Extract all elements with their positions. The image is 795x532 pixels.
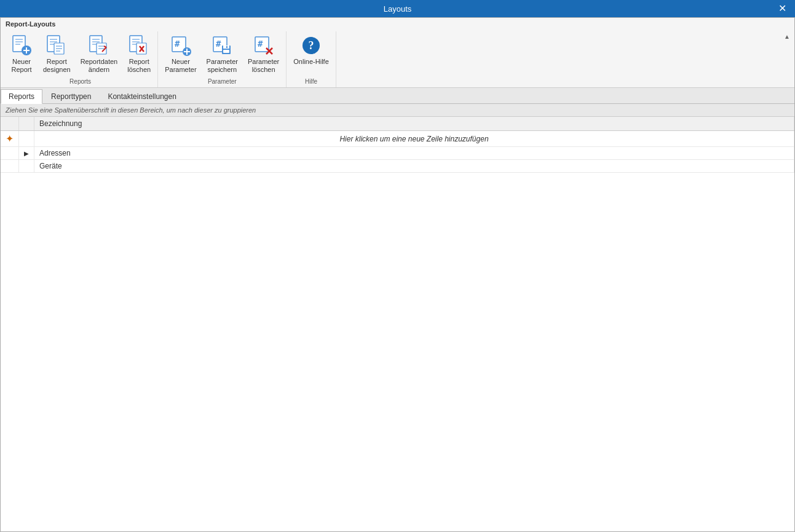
table-row[interactable]: ▶ Adressen: [1, 147, 794, 160]
svg-text:#: #: [175, 39, 180, 49]
new-row-text[interactable]: Hier klicken um eine neue Zeile hinzuzuf…: [34, 131, 794, 147]
close-button[interactable]: ✕: [775, 2, 790, 15]
new-report-icon: [10, 34, 33, 57]
ribbon-group-reports: NeuerReport: [3, 31, 158, 87]
col-bezeichnung-header: Bezeichnung: [34, 117, 794, 131]
ribbon-buttons-hilfe: ? Online-Hilfe: [289, 31, 333, 77]
new-row[interactable]: ✦ Hier klicken um eine neue Zeile hinzuz…: [1, 131, 794, 147]
svg-text:#: #: [258, 39, 263, 49]
delete-report-icon: [128, 34, 150, 57]
save-parameter-icon: #: [211, 34, 233, 57]
ribbon-buttons-reports: NeuerReport: [6, 31, 155, 77]
data-table: Bezeichnung ✦ Hier klicken um eine neue …: [1, 117, 794, 173]
delete-report-button[interactable]: Reportlöschen: [123, 31, 155, 77]
ribbon-group-parameter-label: Parameter: [160, 77, 283, 87]
change-data-button[interactable]: Reportdatenändern: [76, 31, 122, 77]
ribbon-title: Report-Layouts: [1, 18, 794, 29]
new-report-button[interactable]: NeuerReport: [6, 31, 38, 77]
online-help-button[interactable]: ? Online-Hilfe: [289, 31, 333, 77]
delete-parameter-icon: #: [253, 34, 275, 57]
delete-parameter-button[interactable]: # Parameterlöschen: [243, 31, 283, 77]
online-help-label: Online-Hilfe: [293, 58, 328, 66]
design-report-icon: [45, 34, 68, 57]
design-report-label: Reportdesignen: [43, 58, 71, 74]
tab-reporttypen[interactable]: Reporttypen: [43, 89, 99, 103]
table-row[interactable]: Geräte: [1, 160, 794, 173]
row-adressen[interactable]: Adressen: [34, 147, 794, 160]
delete-report-label: Reportlöschen: [127, 58, 151, 74]
ribbon-buttons-parameter: # NeuerParameter: [160, 31, 283, 77]
content-area: Ziehen Sie eine Spaltenüberschrift in di…: [1, 104, 794, 531]
ribbon-collapse-button[interactable]: ▲: [782, 31, 792, 41]
new-parameter-icon: #: [170, 34, 192, 57]
row-geraete[interactable]: Geräte: [34, 160, 794, 173]
tabs-bar: Reports Reporttypen Kontakteinstellungen: [1, 88, 794, 104]
ribbon-group-hilfe-label: Hilfe: [289, 77, 333, 87]
svg-rect-40: [223, 50, 229, 53]
design-report-button[interactable]: Reportdesignen: [39, 31, 75, 77]
new-report-label: NeuerReport: [11, 58, 31, 74]
window-title: Layouts: [384, 4, 412, 14]
tab-reports[interactable]: Reports: [1, 89, 42, 104]
save-parameter-button[interactable]: # Parameterspeichern: [202, 31, 242, 77]
title-bar: Layouts ✕: [0, 0, 795, 17]
svg-text:?: ?: [309, 39, 314, 52]
new-parameter-button[interactable]: # NeuerParameter: [160, 31, 200, 77]
change-data-icon: [88, 34, 110, 57]
delete-parameter-label: Parameterlöschen: [248, 58, 279, 74]
group-header: Ziehen Sie eine Spaltenüberschrift in di…: [1, 104, 794, 117]
col-expand-header: [19, 117, 34, 131]
online-help-icon: ?: [300, 34, 322, 57]
ribbon-group-hilfe: ? Online-Hilfe Hilfe: [287, 31, 336, 87]
col-indicator-header: [1, 117, 19, 131]
ribbon-group-reports-label: Reports: [6, 77, 155, 87]
tab-kontakteinstellungen[interactable]: Kontakteinstellungen: [100, 89, 184, 103]
expand-icon-adressen[interactable]: ▶: [19, 147, 34, 160]
ribbon: Report-Layouts: [1, 18, 794, 88]
ribbon-group-parameter: # NeuerParameter: [158, 31, 287, 87]
main-window: Report-Layouts: [0, 17, 795, 532]
new-row-indicator: ✦: [1, 131, 19, 147]
new-parameter-label: NeuerParameter: [165, 58, 196, 74]
change-data-label: Reportdatenändern: [81, 58, 118, 74]
svg-text:#: #: [216, 39, 221, 49]
ribbon-body: NeuerReport: [1, 29, 794, 87]
svg-rect-41: [226, 46, 227, 48]
save-parameter-label: Parameterspeichern: [207, 58, 238, 74]
